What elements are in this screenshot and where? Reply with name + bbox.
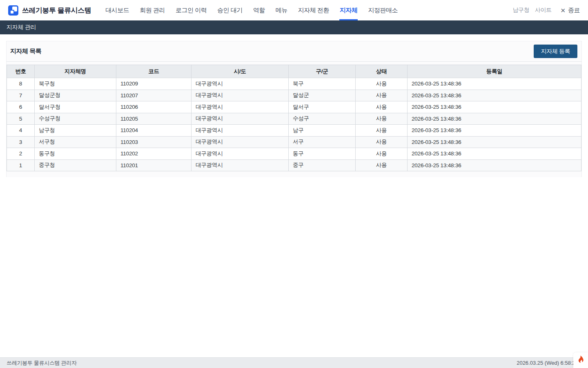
column-header-4: 구/군: [289, 65, 356, 78]
current-org-label: 남구청: [512, 7, 529, 14]
top-header: 쓰레기봉투 물류시스템 대시보드회원 관리로그인 이력승인 대기역할메뉴지자체 …: [0, 0, 588, 20]
cell-지자체명: 중구청: [35, 159, 116, 171]
close-icon: ✕: [560, 7, 566, 13]
cell-코드: 110206: [116, 101, 192, 113]
table-row[interactable]: 5수성구청110205대구광역시수성구사용2026-03-25 13:48:36: [7, 113, 581, 125]
cell-시/도: 대구광역시: [192, 113, 289, 125]
cell-번호: 4: [7, 125, 35, 137]
cell-코드: 110203: [116, 136, 192, 148]
cell-지자체명: 수성구청: [35, 113, 116, 125]
cell-등록일: 2026-03-25 13:48:36: [408, 148, 581, 160]
cell-코드: 110201: [116, 159, 192, 171]
column-header-0: 번호: [7, 65, 35, 78]
cell-상태: 사용: [356, 78, 408, 90]
column-header-6: 등록일: [408, 65, 581, 78]
flame-icon: [577, 355, 585, 365]
cell-상태: 사용: [356, 113, 408, 125]
table-row[interactable]: 1중구청110201대구광역시중구사용2026-03-25 13:48:36: [7, 159, 581, 171]
cell-번호: 1: [7, 159, 35, 171]
cell-번호: 6: [7, 101, 35, 113]
table-row[interactable]: 7달성군청110207대구광역시달성군사용2026-03-25 13:48:36: [7, 90, 581, 101]
debug-toolbar-button[interactable]: [573, 352, 588, 368]
logout-button[interactable]: ✕ 종료: [560, 7, 580, 14]
cell-구/군: 서구: [289, 136, 356, 148]
app-logo-icon: [8, 5, 18, 16]
cell-등록일: 2026-03-25 13:48:36: [408, 159, 581, 171]
cell-코드: 110209: [116, 78, 192, 90]
cell-시/도: 대구광역시: [192, 90, 289, 101]
nav-item-5[interactable]: 메뉴: [270, 0, 293, 20]
cell-코드: 110202: [116, 148, 192, 160]
site-link[interactable]: 사이트: [535, 7, 552, 14]
column-header-1: 지자체명: [35, 65, 116, 78]
cell-상태: 사용: [356, 101, 408, 113]
column-header-2: 코드: [116, 65, 192, 78]
nav-item-2[interactable]: 로그인 이력: [170, 0, 212, 20]
header-right: 남구청 사이트 ✕ 종료: [512, 7, 580, 14]
cell-등록일: 2026-03-25 13:48:36: [408, 125, 581, 137]
cell-지자체명: 동구청: [35, 148, 116, 160]
table-row[interactable]: 2동구청110202대구광역시동구사용2026-03-25 13:48:36: [7, 148, 581, 160]
brand[interactable]: 쓰레기봉투 물류시스템: [8, 5, 91, 16]
cell-구/군: 달성군: [289, 90, 356, 101]
cell-시/도: 대구광역시: [192, 125, 289, 137]
main-nav: 대시보드회원 관리로그인 이력승인 대기역할메뉴지자체 전환지자체지정판매소: [100, 0, 403, 20]
cell-구/군: 남구: [289, 125, 356, 137]
cell-시/도: 대구광역시: [192, 136, 289, 148]
cell-코드: 110205: [116, 113, 192, 125]
table-row[interactable]: 6달서구청110206대구광역시달서구사용2026-03-25 13:48:36: [7, 101, 581, 113]
cell-구/군: 동구: [289, 148, 356, 160]
list-card-header: 지자체 목록 지자체 등록: [7, 41, 581, 62]
cell-상태: 사용: [356, 136, 408, 148]
nav-item-1[interactable]: 회원 관리: [134, 0, 170, 20]
column-header-5: 상태: [356, 65, 408, 78]
nav-item-7[interactable]: 지자체: [334, 0, 363, 20]
cell-지자체명: 북구청: [35, 78, 116, 90]
municipality-table: 번호지자체명코드시/도구/군상태등록일 8북구청110209대구광역시북구사용2…: [7, 65, 581, 171]
table-row[interactable]: 3서구청110203대구광역시서구사용2026-03-25 13:48:36: [7, 136, 581, 148]
footer-clock: 2026.03.25 (Wed) 6:58:21: [517, 360, 578, 366]
nav-item-6[interactable]: 지자체 전환: [293, 0, 334, 20]
nav-item-3[interactable]: 승인 대기: [212, 0, 248, 20]
cell-번호: 3: [7, 136, 35, 148]
cell-상태: 사용: [356, 148, 408, 160]
cell-구/군: 수성구: [289, 113, 356, 125]
cell-상태: 사용: [356, 159, 408, 171]
cell-시/도: 대구광역시: [192, 78, 289, 90]
nav-item-8[interactable]: 지정판매소: [363, 0, 403, 20]
logout-label: 종료: [568, 7, 580, 14]
table-row[interactable]: 4남구청110204대구광역시남구사용2026-03-25 13:48:36: [7, 125, 581, 137]
cell-지자체명: 남구청: [35, 125, 116, 137]
cell-구/군: 북구: [289, 78, 356, 90]
cell-구/군: 달서구: [289, 101, 356, 113]
table-container: 번호지자체명코드시/도구/군상태등록일 8북구청110209대구광역시북구사용2…: [7, 62, 581, 177]
footer-admin-label: 쓰레기봉투 물류시스템 관리자: [7, 359, 77, 367]
cell-코드: 110204: [116, 125, 192, 137]
cell-번호: 7: [7, 90, 35, 101]
register-button[interactable]: 지자체 등록: [534, 45, 577, 58]
table-row[interactable]: 8북구청110209대구광역시북구사용2026-03-25 13:48:36: [7, 78, 581, 90]
cell-등록일: 2026-03-25 13:48:36: [408, 90, 581, 101]
page-title: 지자체 관리: [7, 24, 36, 31]
nav-item-0[interactable]: 대시보드: [100, 0, 134, 20]
cell-번호: 5: [7, 113, 35, 125]
nav-item-4[interactable]: 역할: [248, 0, 270, 20]
cell-시/도: 대구광역시: [192, 159, 289, 171]
cell-번호: 8: [7, 78, 35, 90]
cell-코드: 110207: [116, 90, 192, 101]
list-card: 지자체 목록 지자체 등록 번호지자체명코드시/도구/군상태등록일 8북구청11…: [6, 41, 582, 177]
cell-등록일: 2026-03-25 13:48:36: [408, 101, 581, 113]
cell-구/군: 중구: [289, 159, 356, 171]
column-header-3: 시/도: [192, 65, 289, 78]
cell-상태: 사용: [356, 90, 408, 101]
cell-시/도: 대구광역시: [192, 148, 289, 160]
cell-시/도: 대구광역시: [192, 101, 289, 113]
table-header-row: 번호지자체명코드시/도구/군상태등록일: [7, 65, 581, 78]
cell-상태: 사용: [356, 125, 408, 137]
cell-등록일: 2026-03-25 13:48:36: [408, 136, 581, 148]
cell-지자체명: 서구청: [35, 136, 116, 148]
cell-번호: 2: [7, 148, 35, 160]
section-title: 지자체 목록: [10, 47, 41, 55]
brand-title: 쓰레기봉투 물류시스템: [22, 6, 91, 15]
cell-지자체명: 달서구청: [35, 101, 116, 113]
